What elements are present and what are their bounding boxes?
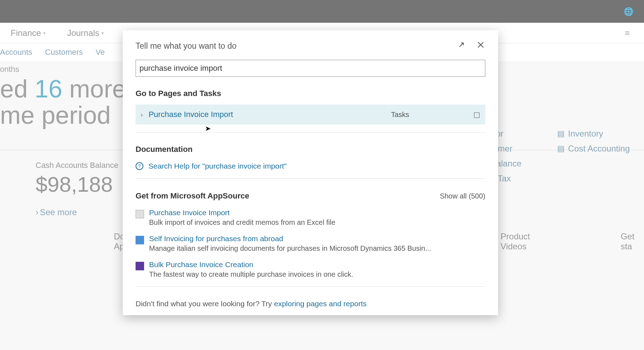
close-icon[interactable] xyxy=(476,40,485,52)
tellme-modal: Tell me what you want to do Go to Pages … xyxy=(123,30,498,315)
chevron-right-icon: › xyxy=(141,111,143,119)
app-icon xyxy=(136,210,144,218)
section-pages-tasks: Go to Pages and Tasks xyxy=(136,89,485,98)
help-text: Search Help for "purchase invoice import… xyxy=(148,162,286,170)
search-input[interactable] xyxy=(139,64,481,73)
result-category: Tasks xyxy=(391,111,409,119)
bookmark-icon[interactable]: ◻ xyxy=(473,110,480,120)
result-label: Purchase Invoice Import xyxy=(149,110,391,119)
app-title: Purchase Invoice Import xyxy=(149,208,336,217)
expand-icon[interactable] xyxy=(457,40,466,52)
app-desc: Bulk import of invoices and credit memos… xyxy=(149,218,336,227)
app-icon xyxy=(136,262,144,270)
divider xyxy=(136,286,485,287)
section-documentation: Documentation xyxy=(136,145,485,154)
app-title: Self Invoicing for purchases from abroad xyxy=(149,234,431,243)
divider xyxy=(136,132,485,133)
search-help-link[interactable]: ? Search Help for "purchase invoice impo… xyxy=(136,162,485,170)
appsource-item-0[interactable]: Purchase Invoice Import Bulk import of i… xyxy=(136,208,485,227)
app-title: Bulk Purchase Invoice Creation xyxy=(149,260,353,269)
appsource-item-2[interactable]: Bulk Purchase Invoice Creation The faste… xyxy=(136,260,485,279)
app-icon xyxy=(136,236,144,244)
divider xyxy=(136,178,485,179)
app-desc: Manage italian self invoicing documents … xyxy=(149,244,431,253)
show-all-link[interactable]: Show all (500) xyxy=(440,192,485,200)
appsource-item-1[interactable]: Self Invoicing for purchases from abroad… xyxy=(136,234,485,253)
app-desc: The fastest way to create multiple purch… xyxy=(149,270,353,279)
modal-title: Tell me what you want to do xyxy=(136,41,457,51)
help-icon: ? xyxy=(136,162,143,170)
modal-footer: Didn't find what you were looking for? T… xyxy=(136,299,485,308)
section-appsource: Get from Microsoft AppSource xyxy=(136,191,249,201)
search-box[interactable] xyxy=(136,60,485,77)
explore-link[interactable]: exploring pages and reports xyxy=(274,299,366,308)
result-purchase-invoice-import[interactable]: › Purchase Invoice Import Tasks ◻ xyxy=(136,105,485,124)
